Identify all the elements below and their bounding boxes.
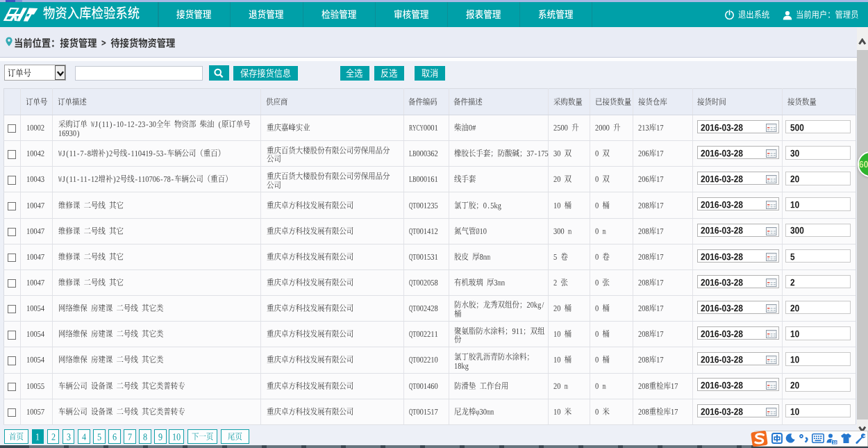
- svg-text:10: 10: [833, 440, 837, 444]
